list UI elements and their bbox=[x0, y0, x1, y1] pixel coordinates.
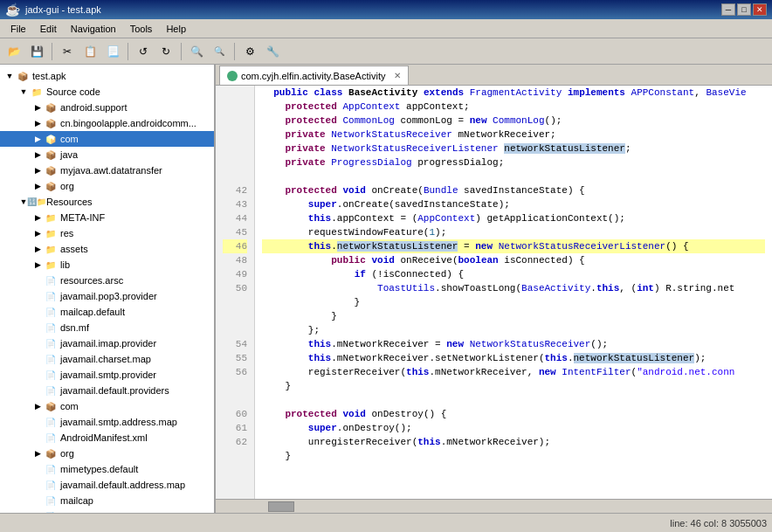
tree-node-javacharset[interactable]: ▶ 📄 javamail.charset.map bbox=[0, 351, 214, 367]
code-line-44: this.appContext = (AppContext) getApplic… bbox=[262, 211, 765, 225]
expand-android[interactable]: ▶ bbox=[31, 101, 44, 114]
tree-node-java[interactable]: ▶ 📦 java bbox=[0, 147, 214, 162]
maximize-button[interactable]: □ bbox=[737, 3, 751, 16]
code-line-42: protected void onCreate(Bundle savedInst… bbox=[262, 183, 765, 197]
tree-node-com[interactable]: ▶ 📦 com bbox=[0, 131, 214, 147]
tree-node-metainf[interactable]: ▶ 📁 META-INF bbox=[0, 210, 214, 225]
tb-tools2[interactable]: 🔧 bbox=[262, 42, 283, 61]
tree-node-javaimap[interactable]: ▶ 📄 javamail.imap.provider bbox=[0, 335, 214, 351]
line-numbers: 42 43 44 45 46 48 49 50 54 55 56 60 bbox=[216, 86, 255, 499]
expand-assets[interactable]: ▶ bbox=[31, 243, 44, 255]
tree-node-javapop3[interactable]: ▶ 📄 javamail.pop3.provider bbox=[0, 288, 214, 304]
tree-node-src[interactable]: ▼ 📁 Source code bbox=[0, 84, 214, 100]
tree-node-classesdex[interactable]: ▶ 📄 classes.dex bbox=[0, 508, 214, 513]
code-line-blank1 bbox=[262, 169, 765, 183]
tree-label-cn: cn.bingoolapple.androidcomm... bbox=[60, 118, 196, 128]
tree-label-dsnmf: dsn.mf bbox=[60, 322, 89, 333]
expand-res[interactable]: ▶ bbox=[31, 227, 44, 239]
android-package-icon: 📦 bbox=[44, 100, 58, 114]
com-package-icon: 📦 bbox=[44, 132, 58, 146]
code-area[interactable]: 42 43 44 45 46 48 49 50 54 55 56 60 bbox=[216, 86, 772, 499]
code-line-classdecl: public class BaseActivity extends Fragme… bbox=[262, 86, 765, 100]
expand-com2[interactable]: ▶ bbox=[31, 400, 44, 412]
tree-node-org[interactable]: ▶ 📦 org bbox=[0, 178, 214, 194]
tree-node-mailcap[interactable]: ▶ 📄 mailcap bbox=[0, 493, 214, 508]
code-lines-area[interactable]: public class BaseActivity extends Fragme… bbox=[255, 86, 772, 499]
menu-file[interactable]: File bbox=[3, 22, 33, 36]
tb-search[interactable]: 🔍 bbox=[186, 42, 207, 61]
java-package-icon: 📦 bbox=[44, 148, 58, 162]
tb-settings[interactable]: ⚙ bbox=[239, 42, 260, 61]
h-scrollbar[interactable] bbox=[216, 499, 772, 513]
tree-node-javasmtp[interactable]: ▶ 📄 javamail.smtp.provider bbox=[0, 367, 214, 383]
cn-package-icon: 📦 bbox=[44, 116, 58, 130]
tree-node-mimetypes[interactable]: ▶ 📄 mimetypes.default bbox=[0, 461, 214, 477]
tree-node-mailcapdef[interactable]: ▶ 📄 mailcap.default bbox=[0, 304, 214, 320]
tree-label-javasmtp: javamail.smtp.provider bbox=[60, 370, 156, 380]
menu-help[interactable]: Help bbox=[159, 22, 193, 36]
code-line-63: } bbox=[262, 449, 765, 463]
expand-org[interactable]: ▶ bbox=[31, 180, 44, 192]
tree-label-lib: lib bbox=[60, 259, 70, 270]
tree-node-org2[interactable]: ▶ 📦 org bbox=[0, 446, 214, 461]
tree-area[interactable]: ▼ 📦 test.apk ▼ 📁 Source code ▶ 📦 android… bbox=[0, 65, 214, 513]
menu-tools[interactable]: Tools bbox=[123, 22, 160, 36]
expand-cn[interactable]: ▶ bbox=[31, 117, 44, 129]
tree-node-com2[interactable]: ▶ 📦 com bbox=[0, 398, 214, 414]
status-right: line: 46 col: 8 3055003 bbox=[670, 518, 767, 529]
h-scroll-thumb[interactable] bbox=[268, 501, 294, 512]
tb-sep4 bbox=[234, 43, 235, 60]
code-line-45: requestWindowFeature(1); bbox=[262, 225, 765, 239]
tree-label-mailcapdef: mailcap.default bbox=[60, 307, 125, 317]
tab-close-button[interactable]: ✕ bbox=[394, 71, 401, 80]
expand-metainf[interactable]: ▶ bbox=[31, 211, 44, 224]
tree-node-javamailsmtp[interactable]: ▶ 📄 javamail.smtp.address.map bbox=[0, 414, 214, 430]
code-line-3: private NetworkStatusReceiver mNetworkRe… bbox=[262, 128, 765, 142]
code-line-51: } bbox=[262, 295, 765, 309]
tree-node-apk[interactable]: ▼ 📦 test.apk bbox=[0, 68, 214, 84]
tree-node-myjava[interactable]: ▶ 📦 myjava.awt.datatransfer bbox=[0, 162, 214, 178]
tb-paste[interactable]: 📃 bbox=[102, 42, 123, 61]
close-button[interactable]: ✕ bbox=[753, 3, 767, 16]
tb-save[interactable]: 💾 bbox=[26, 42, 47, 61]
expand-myjava[interactable]: ▶ bbox=[31, 164, 44, 176]
expand-java[interactable]: ▶ bbox=[31, 149, 44, 161]
main-layout: ▼ 📦 test.apk ▼ 📁 Source code ▶ 📦 android… bbox=[0, 65, 772, 513]
expand-com[interactable]: ▶ bbox=[31, 133, 44, 145]
expand-src[interactable]: ▼ bbox=[17, 86, 30, 98]
tree-node-javadefproviders[interactable]: ▶ 📄 javamail.default.providers bbox=[0, 383, 214, 398]
metainf-folder-icon: 📁 bbox=[44, 211, 58, 225]
tree-node-javadefaddr[interactable]: ▶ 📄 javamail.default.address.map bbox=[0, 477, 214, 493]
tree-node-resarsc[interactable]: ▶ 📄 resources.arsc bbox=[0, 273, 214, 288]
tree-label-classesdex: classes.dex bbox=[60, 511, 110, 513]
menu-navigation[interactable]: Navigation bbox=[64, 22, 123, 36]
code-line-48: public void onReceive(boolean isConnecte… bbox=[262, 253, 765, 267]
code-line-4: private NetworkStatusReceiverListener ne… bbox=[262, 142, 765, 155]
tree-node-lib[interactable]: ▶ 📁 lib bbox=[0, 257, 214, 273]
code-line-43: super.onCreate(savedInstanceState); bbox=[262, 197, 765, 211]
minimize-button[interactable]: ─ bbox=[721, 3, 735, 16]
resarsc-file-icon: 📄 bbox=[44, 273, 58, 287]
tb-cut[interactable]: ✂ bbox=[57, 42, 78, 61]
tb-search2[interactable]: 🔍 bbox=[209, 42, 230, 61]
tree-node-res[interactable]: ▶ 📁 res bbox=[0, 225, 214, 241]
expand-apk[interactable]: ▼ bbox=[3, 70, 16, 82]
menu-edit[interactable]: Edit bbox=[33, 22, 64, 36]
tree-node-dsnmf[interactable]: ▶ 📄 dsn.mf bbox=[0, 320, 214, 335]
code-line-54: this.mNetworkReceiver = new NetworkStatu… bbox=[262, 337, 765, 351]
tree-node-androidmanifest[interactable]: ▶ 📄 AndroidManifest.xml bbox=[0, 430, 214, 446]
tree-node-android[interactable]: ▶ 📦 android.support bbox=[0, 100, 214, 115]
tree-node-assets[interactable]: ▶ 📁 assets bbox=[0, 241, 214, 257]
tree-node-resources[interactable]: ▼ 🔢📁 Resources bbox=[0, 194, 214, 210]
tb-undo[interactable]: ↺ bbox=[133, 42, 154, 61]
menu-bar: File Edit Navigation Tools Help bbox=[0, 19, 772, 38]
tree-label-apk: test.apk bbox=[32, 71, 66, 81]
tab-baseactivity[interactable]: com.cyjh.elfin.activity.BaseActivity ✕ bbox=[219, 66, 409, 85]
tree-label-javamailsmtp: javamail.smtp.address.map bbox=[60, 417, 177, 427]
tree-node-cn[interactable]: ▶ 📦 cn.bingoolapple.androidcomm... bbox=[0, 115, 214, 131]
expand-org2[interactable]: ▶ bbox=[31, 447, 44, 459]
tb-copy[interactable]: 📋 bbox=[79, 42, 100, 61]
tb-redo[interactable]: ↻ bbox=[155, 42, 176, 61]
expand-lib[interactable]: ▶ bbox=[31, 259, 44, 271]
tb-open[interactable]: 📂 bbox=[3, 42, 24, 61]
